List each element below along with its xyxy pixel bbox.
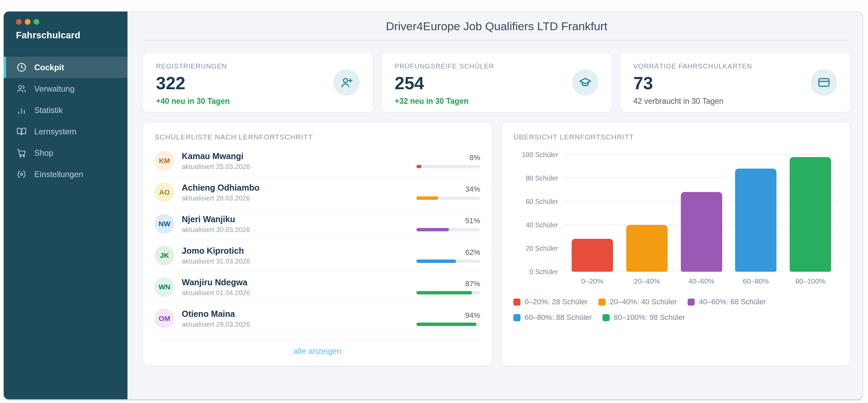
chart-x-tick-label: 60–80%	[735, 277, 776, 285]
legend-label: 20–40%: 40 Schüler	[610, 298, 677, 306]
stat-card-0[interactable]: REGISTRIERUNGEN322+40 neu in 30 Tagen	[143, 53, 373, 112]
student-row[interactable]: JKJomo Kiprotichaktualisiert 31.03.20266…	[155, 240, 480, 271]
student-row[interactable]: AOAchieng Odhiamboaktualisiert 28.03.202…	[155, 177, 480, 208]
chart-bar-0–20%[interactable]	[572, 239, 613, 272]
avatar: WN	[155, 277, 174, 297]
legend-item[interactable]: 60–80%: 88 Schüler	[513, 313, 592, 322]
avatar: KM	[155, 151, 174, 171]
stat-card-text: VORRÄTIGE FAHRSCHULKARTEN7342 verbraucht…	[633, 62, 752, 102]
stat-card-text: REGISTRIERUNGEN322+40 neu in 30 Tagen	[156, 62, 230, 102]
legend-swatch	[603, 314, 610, 321]
stat-card-2[interactable]: VORRÄTIGE FAHRSCHULKARTEN7342 verbraucht…	[620, 53, 850, 112]
avatar: AO	[155, 183, 174, 202]
stat-value: 254	[395, 73, 494, 93]
stat-card-text: PRÜFUNGSREIFE SCHÜLER254+32 neu in 30 Ta…	[395, 62, 494, 102]
panels-row: SCHÜLERLISTE NACH LERNFORTSCHRITT KMKama…	[143, 122, 850, 366]
bar-chart-icon	[16, 105, 27, 115]
legend-swatch	[688, 299, 695, 306]
student-list-footer: alle anzeigen	[155, 339, 480, 357]
shopping-cart-icon	[16, 148, 27, 158]
student-updated: aktualisiert 31.03.2026	[182, 257, 416, 265]
sidebar-item-lernsystem[interactable]: Lernsystem	[4, 121, 127, 142]
stats-row: REGISTRIERUNGEN322+40 neu in 30 TagenPRÜ…	[143, 53, 850, 112]
student-name: Kamau Mwangi	[182, 151, 416, 161]
chart-x-tick-label: 40–60%	[681, 277, 722, 285]
header-divider	[143, 40, 850, 40]
legend-item[interactable]: 40–60%: 68 Schüler	[688, 298, 766, 306]
window-dot-1	[25, 19, 31, 25]
student-name: Otieno Maina	[182, 309, 416, 319]
student-row[interactable]: WNWanjiru Ndegwaaktualisiert 01.04.20268…	[155, 271, 480, 303]
sidebar-item-label: Verwaltung	[34, 84, 75, 94]
legend-label: 60–80%: 88 Schüler	[525, 313, 592, 322]
chart-y-tick-label: 100 Schüler	[522, 151, 558, 159]
chart-x-tick-label: 0–20%	[572, 277, 613, 285]
chart-panel-title: ÜBERSICHT LERNFORTSCHRITT	[513, 133, 839, 141]
student-info: Jomo Kiprotichaktualisiert 31.03.2026	[182, 246, 416, 265]
student-name: Wanjiru Ndegwa	[182, 277, 416, 287]
progress-fill	[416, 196, 438, 200]
progress-fill	[416, 260, 456, 263]
progress-fill	[416, 323, 476, 326]
legend-item[interactable]: 0–20%: 28 Schüler	[513, 298, 588, 306]
student-progress: 8%	[416, 153, 480, 168]
student-name: Njeri Wanjiku	[182, 214, 416, 224]
sidebar-item-label: Lernsystem	[34, 127, 76, 136]
avatar: NW	[155, 214, 174, 234]
stat-label: REGISTRIERUNGEN	[156, 62, 230, 70]
sidebar-item-einstellungen[interactable]: Einstellungen	[4, 164, 127, 185]
sidebar-item-cockpit[interactable]: Cockpit	[4, 57, 127, 78]
page-title: Driver4Europe Job Qualifiers LTD Frankfu…	[143, 20, 850, 33]
student-updated: aktualisiert 28.03.2026	[182, 194, 416, 202]
sidebar-item-verwaltung[interactable]: Verwaltung	[4, 78, 127, 99]
legend-item[interactable]: 80–100%: 98 Schüler	[603, 313, 685, 322]
legend-swatch	[513, 299, 520, 306]
legend-label: 80–100%: 98 Schüler	[614, 313, 685, 322]
avatar: OM	[155, 309, 174, 328]
chart-bar-60–80%[interactable]	[735, 169, 776, 272]
progress-fill	[416, 228, 449, 231]
student-name: Achieng Odhiambo	[182, 183, 416, 193]
stat-icon-circle	[572, 69, 598, 96]
legend-label: 40–60%: 68 Schüler	[699, 298, 766, 306]
sidebar-item-label: Shop	[34, 148, 53, 158]
chart-bar-20–40%[interactable]	[626, 225, 668, 272]
students-panel-title: SCHÜLERLISTE NACH LERNFORTSCHRITT	[155, 133, 480, 141]
chart-bar-80–100%[interactable]	[790, 157, 831, 272]
student-row[interactable]: KMKamau Mwangiaktualisiert 25.03.20268%	[155, 145, 480, 177]
graduation-cap-icon	[579, 76, 592, 89]
app-logo: Fahrschulcard	[16, 30, 127, 41]
show-all-link[interactable]: alle anzeigen	[293, 346, 341, 356]
progress-track	[416, 291, 480, 294]
student-info: Njeri Wanjikuaktualisiert 30.03.2026	[182, 214, 416, 234]
chart-bar-40–60%[interactable]	[681, 192, 722, 272]
screen: Fahrschulcard CockpitVerwaltungStatistik…	[0, 0, 868, 403]
student-progress: 62%	[416, 248, 480, 263]
student-percent: 8%	[416, 153, 480, 162]
student-progress: 94%	[416, 311, 480, 326]
stat-subtext: +40 neu in 30 Tagen	[156, 97, 230, 106]
chart-legend: 0–20%: 28 Schüler20–40%: 40 Schüler40–60…	[513, 298, 839, 322]
chart-y-tick-label: 80 Schüler	[526, 174, 558, 182]
settings-icon	[16, 169, 27, 179]
main-content: Driver4Europe Job Qualifiers LTD Frankfu…	[127, 12, 863, 399]
student-info: Kamau Mwangiaktualisiert 25.03.2026	[182, 151, 416, 171]
student-percent: 87%	[416, 280, 480, 288]
student-row[interactable]: OMOtieno Mainaaktualisiert 29.03.202694%	[155, 303, 480, 334]
sidebar-item-statistik[interactable]: Statistik	[4, 99, 127, 121]
sidebar-item-label: Einstellungen	[34, 170, 83, 179]
student-row[interactable]: NWNjeri Wanjikuaktualisiert 30.03.202651…	[155, 208, 480, 240]
window-control-dots	[16, 19, 127, 25]
chart-y-tick-label: 20 Schüler	[526, 245, 558, 252]
progress-track	[416, 260, 480, 263]
legend-swatch	[513, 314, 520, 321]
student-percent: 62%	[416, 248, 480, 257]
sidebar-item-shop[interactable]: Shop	[4, 142, 127, 164]
progress-track	[416, 196, 480, 200]
student-updated: aktualisiert 01.04.2026	[182, 289, 416, 297]
student-info: Achieng Odhiamboaktualisiert 28.03.2026	[182, 183, 416, 202]
stat-card-1[interactable]: PRÜFUNGSREIFE SCHÜLER254+32 neu in 30 Ta…	[381, 53, 612, 112]
legend-item[interactable]: 20–40%: 40 Schüler	[598, 298, 677, 306]
book-open-icon	[16, 126, 27, 137]
clock-icon	[16, 62, 27, 73]
